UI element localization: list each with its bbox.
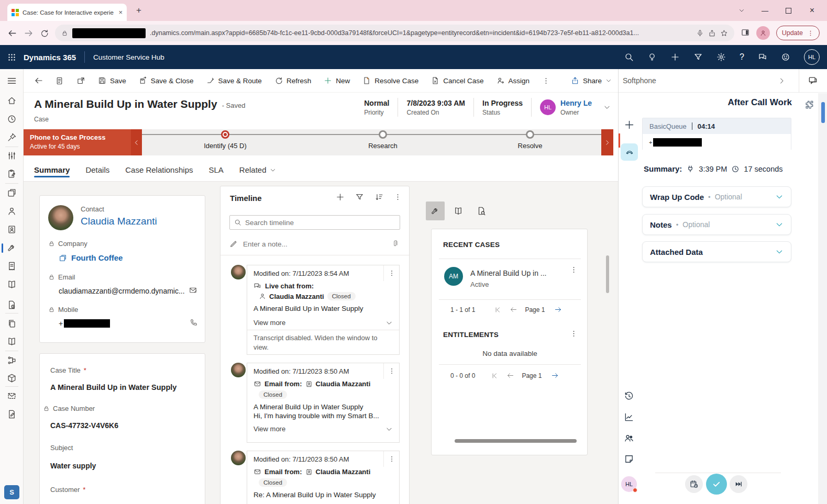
first-page-icon[interactable] (491, 372, 498, 379)
entry-subject[interactable]: A Mineral Build Up in Water Supply (247, 300, 399, 312)
browser-back-icon[interactable] (7, 28, 17, 38)
bpf-stage-identify-dot[interactable] (221, 130, 229, 139)
timeline-sort-icon[interactable] (374, 193, 383, 201)
knowledge-search-icon[interactable] (7, 337, 17, 346)
history-icon[interactable] (624, 391, 634, 401)
drafts-icon[interactable] (7, 409, 17, 419)
timeline-entry-email-2[interactable]: Modified on: 7/11/2023 8:50 AM Email fro… (247, 451, 400, 504)
tab-summary[interactable]: Summary (34, 165, 70, 181)
tab-related[interactable]: Related (239, 165, 276, 181)
chevron-down-icon[interactable] (385, 425, 393, 433)
recent-clock-icon[interactable] (7, 114, 17, 124)
entitlements-icon[interactable] (7, 355, 17, 365)
timeline-note-input[interactable] (243, 240, 387, 248)
owner-value[interactable]: Henry Le (560, 99, 592, 107)
save-and-close-button[interactable]: Save & Close (134, 73, 199, 88)
contact-photo[interactable] (48, 205, 73, 230)
prev-page-icon[interactable] (510, 306, 517, 313)
attached-data-section[interactable]: Attached Data (642, 241, 791, 262)
timeline-more-icon[interactable] (394, 193, 402, 201)
chevron-down-icon[interactable] (775, 193, 784, 201)
pinned-icon[interactable] (7, 132, 17, 142)
tab-close-icon[interactable]: × (118, 8, 123, 16)
email-templates-icon[interactable] (7, 391, 17, 401)
activities-icon[interactable] (7, 169, 17, 179)
page-back-icon[interactable] (30, 76, 48, 85)
scheduled-docs-icon[interactable] (7, 300, 17, 310)
knowledge-articles-icon[interactable] (7, 279, 17, 289)
next-page-icon[interactable] (554, 306, 562, 313)
filter-icon[interactable] (693, 52, 703, 62)
command-overflow-button[interactable] (537, 74, 555, 88)
emoji-icon[interactable] (781, 52, 790, 62)
company-value-link[interactable]: Fourth Coffee (59, 253, 123, 262)
tab-case-relationships[interactable]: Case Relationships (125, 165, 193, 181)
dashboards-icon[interactable] (7, 188, 17, 198)
home-icon[interactable] (7, 96, 17, 106)
lightbulb-icon[interactable] (647, 52, 657, 62)
horizontal-scrollbar-thumb[interactable] (455, 439, 577, 443)
related-tab-knowledge-book-icon[interactable] (449, 201, 468, 220)
active-call-session-icon[interactable] (621, 143, 638, 161)
people-icon[interactable] (624, 433, 634, 443)
open-in-new-icon[interactable] (71, 76, 91, 85)
browser-menu-dots-icon[interactable] (807, 30, 814, 37)
related-tab-cases-wrench-icon[interactable] (426, 201, 445, 220)
entry-subject[interactable]: A Mineral Build Up in Water Supply (247, 399, 399, 411)
form-selector-icon[interactable] (50, 76, 69, 85)
bpf-stage-research-dot[interactable] (379, 130, 387, 139)
puzzle-apps-icon[interactable] (804, 99, 814, 110)
bpf-next-chevron-icon[interactable] (601, 129, 613, 155)
social-profiles-icon[interactable] (7, 225, 17, 234)
case-title-value[interactable]: A Mineral Build Up in Water Supply (50, 383, 177, 391)
timeline-add-icon[interactable] (336, 193, 345, 201)
bpf-stage-resolve[interactable]: Resolve (486, 130, 575, 150)
entry-contact[interactable]: Claudia Mazzanti (316, 468, 371, 476)
new-button[interactable]: New (318, 73, 355, 88)
entitlements-more-icon[interactable] (570, 330, 578, 338)
save-button[interactable]: Save (93, 73, 131, 88)
email-value[interactable]: claudiamazzanti@crmdemo.dynamic... (59, 287, 185, 295)
assign-button[interactable]: Assign (491, 73, 535, 88)
company-value[interactable]: Fourth Coffee (71, 253, 123, 262)
browser-update-button[interactable]: Update (776, 26, 820, 40)
complete-acw-check-button[interactable] (706, 474, 727, 495)
timeline-filter-icon[interactable] (355, 193, 364, 201)
attach-icon[interactable] (392, 240, 400, 248)
window-maximize-icon[interactable] (777, 0, 800, 21)
url-bar[interactable]: .dynamics.com/main.aspx?appid=6685b74b-f… (55, 25, 734, 41)
bpf-stage-research[interactable]: Research (338, 130, 427, 150)
timeline-entry-livechat[interactable]: Modified on: 7/11/2023 8:54 AM Live chat… (247, 265, 400, 355)
prev-page-icon[interactable] (506, 372, 514, 379)
help-icon[interactable]: ? (740, 52, 744, 62)
timeline-note-box[interactable] (229, 236, 400, 252)
first-page-icon[interactable] (494, 306, 501, 313)
refresh-button[interactable]: Refresh (269, 73, 316, 88)
cases-wrench-icon[interactable] (7, 243, 17, 253)
entry-more-icon[interactable] (383, 265, 399, 281)
entry-more-icon[interactable] (383, 363, 399, 379)
entry-contact[interactable]: Claudia Mazzanti (269, 293, 324, 300)
notes-icon[interactable] (624, 454, 634, 464)
notes-section[interactable]: Notes • Optional (642, 214, 791, 235)
analytics-icon[interactable] (624, 412, 634, 422)
article-templates-icon[interactable] (7, 319, 17, 329)
teams-chat-icon[interactable] (808, 75, 818, 86)
subject-value[interactable]: Water supply (50, 462, 96, 470)
browser-profile-avatar[interactable] (756, 26, 770, 40)
case-number-value[interactable]: CAS-47732-V4V6K6 (50, 421, 118, 430)
chevron-down-icon[interactable] (775, 220, 784, 229)
area-switcher-badge[interactable]: S (4, 485, 19, 499)
next-page-icon[interactable] (551, 372, 559, 379)
favorites-star-icon[interactable] (720, 29, 728, 37)
status-field[interactable]: In Progress Status (474, 99, 531, 116)
bpf-stage-resolve-dot[interactable] (526, 130, 534, 139)
schedule-callback-button[interactable] (685, 475, 703, 493)
mobile-redacted-value[interactable] (64, 319, 110, 328)
created-on-field[interactable]: 7/8/2023 9:03 AM Created On (398, 99, 473, 116)
send-email-icon[interactable] (189, 286, 197, 295)
app-name[interactable]: Customer Service Hub (93, 53, 164, 61)
waffle-icon[interactable] (7, 53, 16, 62)
browser-forward-icon[interactable] (24, 28, 34, 38)
related-tab-doc-search-icon[interactable] (472, 201, 491, 220)
